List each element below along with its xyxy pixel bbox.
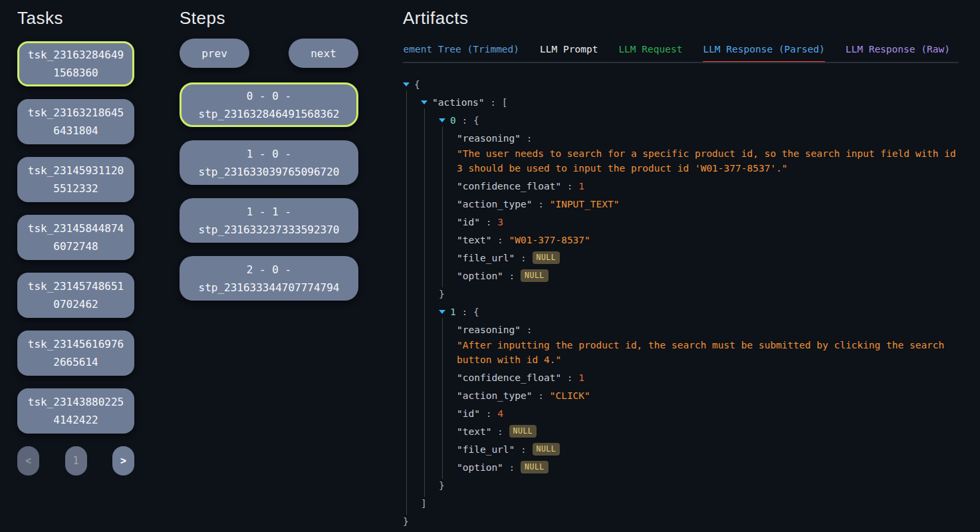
indent-guide <box>421 305 439 319</box>
indent-guide <box>439 406 457 421</box>
indent-guide <box>439 442 457 457</box>
task-item[interactable]: tsk_231632186456431804 <box>17 99 134 144</box>
json-viewer: {"actions" : [0 : {"reasoning" : "The us… <box>403 77 959 529</box>
indent-guide <box>439 388 457 403</box>
json-token-punc: : <box>456 307 473 317</box>
json-row: "text" : NULL <box>403 424 959 439</box>
json-token-punc: [ <box>502 97 508 108</box>
tab-llm-response-parsed[interactable]: LLM Response (Parsed) <box>703 44 824 55</box>
page-number-button[interactable]: 1 <box>65 446 87 475</box>
json-token-punc: : <box>533 199 550 209</box>
step-item[interactable]: 2 - 0 - stp_231633344707774794 <box>180 256 358 301</box>
null-badge: NULL <box>533 443 560 456</box>
json-token-punc: : <box>515 253 532 263</box>
json-token-punc: : <box>521 133 538 144</box>
indent-guide <box>403 424 421 439</box>
page-prev-button[interactable]: < <box>17 446 39 475</box>
indent-guide <box>403 197 421 211</box>
indent-guide <box>403 146 421 176</box>
indent-guide <box>403 95 421 110</box>
indent-guide <box>421 424 439 439</box>
json-row-content: "reasoning" : <box>457 131 959 146</box>
json-row-content: "text" : "W01-377-8537" <box>457 233 959 247</box>
indent-guide <box>403 233 421 247</box>
json-row-content: "confidence_float" : 1 <box>457 370 959 385</box>
json-row-content: "After inputting the product id, the sea… <box>457 338 959 367</box>
json-token-key: "text" <box>457 426 491 437</box>
null-badge: NULL <box>521 461 549 473</box>
tab-llm-request[interactable]: LLM Request <box>618 44 682 55</box>
json-token-idx: 1 <box>450 307 456 317</box>
json-token-punc: : <box>521 325 538 335</box>
json-token-key: "confidence_float" <box>457 181 561 192</box>
json-token-key: "id" <box>457 217 480 227</box>
json-token-punc: : <box>533 390 550 401</box>
json-token-punc: } <box>403 516 409 527</box>
indent-guide <box>421 215 439 229</box>
indent-guide <box>421 338 439 367</box>
json-token-key: "action_type" <box>457 199 533 209</box>
indent-guide <box>421 478 439 493</box>
collapse-arrow-icon[interactable] <box>403 82 410 86</box>
task-item[interactable]: tsk_231438802254142422 <box>17 388 134 434</box>
json-row: "After inputting the product id, the sea… <box>403 338 959 367</box>
json-token-num: 1 <box>578 372 584 383</box>
page-next-button[interactable]: > <box>112 446 134 475</box>
task-item[interactable]: tsk_231632846491568360 <box>17 41 134 86</box>
task-item[interactable]: tsk_231458448746072748 <box>17 215 134 260</box>
indent-guide <box>439 197 457 211</box>
collapse-arrow-icon[interactable] <box>421 100 428 104</box>
prev-step-button[interactable]: prev <box>180 39 249 68</box>
json-row: 0 : { <box>403 113 959 128</box>
artifacts-panel: Artifacts Element Tree (Trimmed)LLM Prom… <box>403 0 959 532</box>
step-item[interactable]: 1 - 1 - stp_231633237333592370 <box>180 198 358 243</box>
indent-guide <box>403 478 421 493</box>
json-row: "confidence_float" : 1 <box>403 179 959 194</box>
json-token-str: "After inputting the product id, the sea… <box>457 340 950 365</box>
collapse-arrow-icon[interactable] <box>439 118 445 122</box>
json-token-idx: 0 <box>450 115 456 126</box>
json-row-content: "The user needs to search for a specific… <box>457 146 959 176</box>
json-token-str: "CLICK" <box>550 390 590 401</box>
task-item[interactable]: tsk_231457486510702462 <box>17 273 134 318</box>
indent-guide <box>403 269 421 283</box>
json-row-content: } <box>403 514 959 529</box>
indent-guide <box>403 442 421 457</box>
indent-guide <box>403 113 421 128</box>
indent-guide <box>439 233 457 247</box>
json-row-content: "actions" : [ <box>432 95 959 110</box>
task-list: tsk_231632846491568360tsk_23163218645643… <box>17 41 134 434</box>
step-item[interactable]: 0 - 0 - stp_231632846491568362 <box>180 82 358 127</box>
json-token-str: "W01-377-8537" <box>509 235 590 245</box>
artifacts-tab-row: Element Tree (Trimmed)LLM PromptLLM Requ… <box>403 44 959 63</box>
null-badge: NULL <box>533 251 560 264</box>
json-token-key: "option" <box>457 271 503 281</box>
steps-nav: prev next <box>180 39 358 68</box>
json-token-punc: : <box>491 426 509 437</box>
step-list: 0 - 0 - stp_2316328464915683621 - 0 - st… <box>180 82 358 301</box>
indent-guide <box>421 406 439 421</box>
tab-llm-response-raw[interactable]: LLM Response (Raw) <box>846 44 950 55</box>
json-token-key: "confidence_float" <box>457 372 561 383</box>
task-item[interactable]: tsk_231456169762665614 <box>17 331 134 376</box>
next-step-button[interactable]: next <box>289 39 358 68</box>
indent-guide <box>421 287 439 301</box>
tab-element-tree-trimmed[interactable]: Element Tree (Trimmed) <box>403 44 519 55</box>
indent-guide <box>439 370 457 385</box>
indent-guide <box>439 251 457 265</box>
task-item[interactable]: tsk_231459311205512332 <box>17 157 134 202</box>
indent-guide <box>403 370 421 385</box>
indent-guide <box>403 287 421 301</box>
tasks-title: Tasks <box>17 0 134 33</box>
indent-guide <box>403 496 421 511</box>
json-token-punc: : <box>503 271 521 281</box>
json-row: 1 : { <box>403 305 959 319</box>
indent-guide <box>421 146 439 176</box>
collapse-arrow-icon[interactable] <box>439 310 445 314</box>
step-item[interactable]: 1 - 0 - stp_231633039765096720 <box>180 140 358 185</box>
steps-panel: Steps prev next 0 - 0 - stp_231632846491… <box>180 0 358 314</box>
json-row: } <box>403 287 959 301</box>
tab-llm-prompt[interactable]: LLM Prompt <box>540 44 598 55</box>
json-row-content: } <box>439 287 959 301</box>
json-row-content: ] <box>421 496 959 511</box>
